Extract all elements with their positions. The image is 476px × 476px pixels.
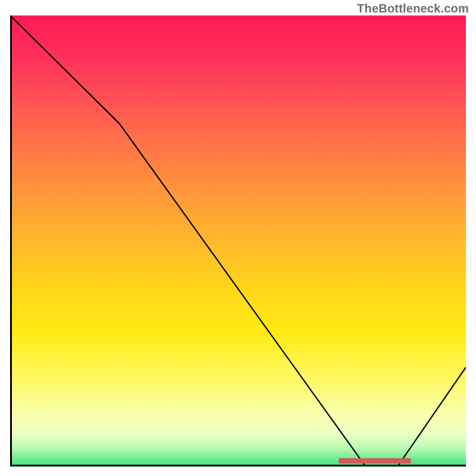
- plot-area: [10, 15, 466, 466]
- highlight-bar: [339, 458, 412, 464]
- attribution-text: TheBottleneck.com: [357, 2, 469, 15]
- line-series: [10, 15, 466, 466]
- chart-container: TheBottleneck.com: [0, 0, 476, 476]
- series-path: [10, 15, 466, 466]
